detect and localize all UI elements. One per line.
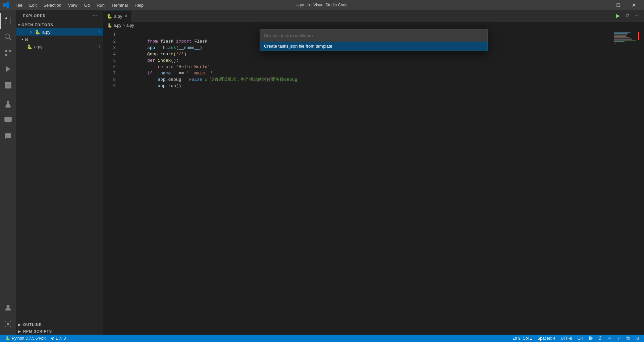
activity-accounts-icon[interactable] [0,300,16,316]
outline-label: Outline [23,323,42,327]
svg-point-12 [7,323,9,325]
folder-b-header[interactable]: ▾ B [16,36,103,43]
menu-run[interactable]: Run [93,1,108,9]
svg-point-0 [5,34,10,39]
error-icon: ⊘ [51,336,54,341]
svg-point-11 [7,305,9,308]
status-lang-ch[interactable]: CH [575,335,586,342]
line-num-1: 1 [103,32,116,38]
more-actions-button[interactable]: ··· [632,11,641,19]
folder-chevron-icon: ▾ [21,38,23,41]
menu-selection[interactable]: Selection [40,1,64,9]
breadcrumb: 🐍 a.py > a.py [103,22,644,29]
activity-remote-icon[interactable] [0,112,16,128]
status-input-3[interactable]: ア [614,335,624,342]
menu-edit[interactable]: Edit [26,1,40,9]
minimap-error-indicator [638,32,639,40]
status-encoding[interactable]: UTF-8 [558,335,575,342]
back-label: ◁ [636,336,639,341]
command-palette: Create tasks.json file from template [260,29,488,51]
run-code-button[interactable]: ▶ [613,11,623,19]
code-line-4: def index(): [121,51,612,57]
svg-line-1 [9,38,12,41]
status-back-icon[interactable]: ◁ [633,335,641,342]
code-editor[interactable]: from flask import Flask app = Flask(__na… [118,29,612,335]
menu-view[interactable]: View [65,1,81,9]
activity-book-icon[interactable] [0,128,16,144]
folder-file-python-icon: 🐍 [27,44,32,49]
sidebar-title: Explorer [23,14,46,18]
folder-b-label: B [25,37,28,42]
activity-source-control-icon[interactable] [0,45,16,61]
status-errors[interactable]: ⊘ 1 △ 0 [48,335,68,342]
status-input-layout[interactable]: 拼 [586,335,595,342]
minimize-button[interactable]: − [595,0,610,10]
menu-terminal[interactable]: Terminal [108,1,131,9]
open-editors-chevron-icon: ▾ [18,23,20,27]
activity-extensions-icon[interactable] [0,77,16,93]
editor-scrollbar[interactable] [639,29,644,335]
outline-section[interactable]: ▶ Outline [16,321,103,328]
open-editors-label: Open Editors [21,23,53,27]
lang-ch-label: CH [578,336,583,341]
status-line-col[interactable]: Ln 9, Col 1 [510,335,535,342]
input-3-label: ア [617,336,621,341]
svg-rect-6 [5,82,8,85]
outline-chevron-icon: ▶ [18,323,21,327]
open-editor-file-a-py[interactable]: ✕ 🐍 a.py 1 [16,28,103,36]
status-input-english[interactable]: 英 [595,335,605,342]
menu-go[interactable]: Go [81,1,93,9]
svg-point-4 [5,50,7,52]
activity-bar [0,10,16,335]
maximize-button[interactable]: □ [610,0,626,10]
activity-explorer-icon[interactable] [0,13,16,29]
title-bar: File Edit Selection View Go Run Terminal… [0,0,644,10]
app-body: Explorer ··· ▾ Open Editors ✕ 🐍 a.py 1 ▾… [0,10,644,335]
file-close-icon[interactable]: ✕ [28,30,33,34]
tab-python-icon: 🐍 [107,14,112,19]
activity-settings-icon[interactable] [0,316,16,332]
code-line-9 [121,83,612,89]
breadcrumb-file-icon: 🐍 [107,23,112,28]
tab-label: a.py [114,14,122,19]
python-icon: 🐍 [5,336,10,341]
status-python[interactable]: 🐍 Python 3.7.5 64-bit [3,335,48,342]
tab-close-icon[interactable]: ✕ [124,14,128,18]
command-palette-input[interactable] [260,30,487,42]
sidebar-section: ▾ Open Editors ✕ 🐍 a.py 1 ▾ B 🐍 a.py 1 [16,21,103,321]
window-controls: − □ ✕ [595,0,641,10]
menu-help[interactable]: Help [131,1,147,9]
close-button[interactable]: ✕ [626,0,641,10]
breadcrumb-symbol[interactable]: a.py [126,23,134,28]
tab-a-py[interactable]: 🐍 a.py ✕ [103,10,131,22]
split-editor-button[interactable]: ⧉ [623,11,632,19]
open-editors-header[interactable]: ▾ Open Editors [16,21,103,28]
vscode-logo-icon [3,2,9,8]
editor-toolbar: ▶ ⧉ ··· [610,10,644,21]
sidebar-more-button[interactable]: ··· [93,13,98,19]
activity-run-debug-icon[interactable] [0,61,16,77]
svg-rect-7 [8,82,11,85]
activity-flask-icon[interactable] [0,96,16,112]
line-num-5: 5 [103,57,116,64]
line-numbers: 1 2 3 4 5 6 7 8 9 [103,29,118,335]
menu-file[interactable]: File [12,1,26,9]
sidebar: Explorer ··· ▾ Open Editors ✕ 🐍 a.py 1 ▾… [16,10,103,335]
command-palette-item-0[interactable]: Create tasks.json file from template [260,42,487,51]
line-num-6: 6 [103,64,116,70]
activity-search-icon[interactable] [0,29,16,45]
tabs-bar: 🐍 a.py ✕ [103,10,644,22]
line-num-9: 9 [103,83,116,89]
editor-area: 🐍 a.py ✕ 🐍 a.py > a.py ▶ ⧉ ··· 1 2 3 4 [103,10,644,335]
warning-count-label: 0 [63,336,66,341]
breadcrumb-filename[interactable]: a.py [114,23,121,28]
editor-content: 1 2 3 4 5 6 7 8 9 from flask import Flas… [103,29,644,335]
folder-file-a-py[interactable]: 🐍 a.py 1 [16,43,103,50]
status-spaces[interactable]: Spaces: 4 [535,335,558,342]
svg-marker-5 [6,66,10,72]
status-simplified-chinese[interactable]: 简 [624,335,633,342]
npm-scripts-section[interactable]: ▶ NPM Scripts [16,328,103,335]
line-num-7: 7 [103,70,116,76]
encoding-label: UTF-8 [561,336,572,341]
status-input-katakana[interactable]: ゥ [605,335,614,342]
